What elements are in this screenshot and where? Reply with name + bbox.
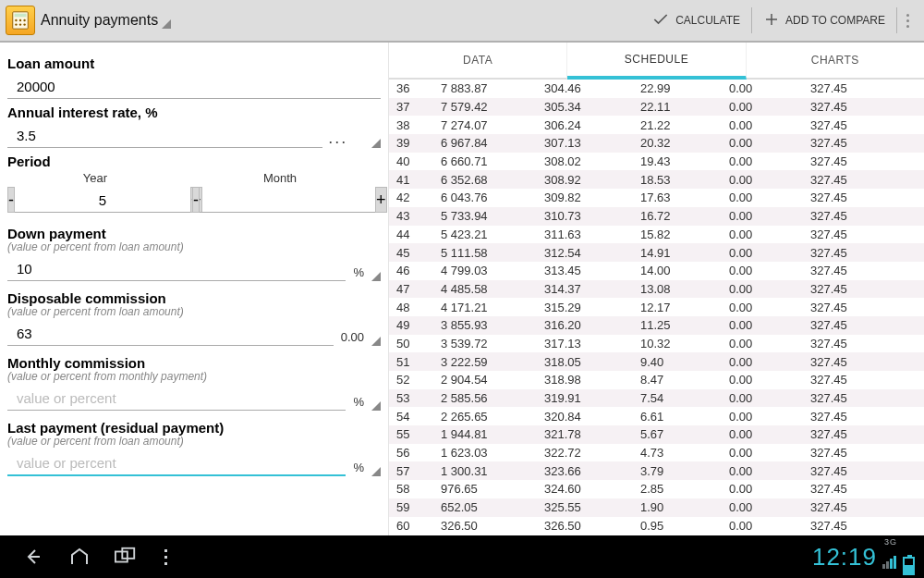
tab-charts[interactable]: CHARTS [747, 43, 924, 80]
add-compare-button[interactable]: ADD TO COMPARE [752, 0, 896, 42]
monthly-unit-spinner[interactable]: % [346, 395, 381, 411]
battery-icon [903, 557, 915, 575]
table-row: 387 274.07306.2421.220.00327.45 [389, 116, 924, 134]
table-row: 377 579.42305.3422.110.00327.45 [389, 98, 924, 117]
nav-back-button[interactable] [22, 546, 44, 568]
nav-recents-button[interactable] [115, 546, 137, 568]
monthly-commission-input[interactable] [7, 387, 346, 411]
interest-unit-spinner[interactable] [353, 132, 381, 148]
table-row: 60326.50326.500.950.00327.45 [389, 517, 924, 535]
table-row: 522 904.54318.988.470.00327.45 [389, 371, 924, 389]
table-row: 484 171.21315.2912.170.00327.45 [389, 298, 924, 316]
interest-label: Annual interest rate, % [7, 105, 381, 120]
svg-rect-8 [116, 551, 128, 561]
monthly-commission-hint: (value or percent from monthly payment) [7, 370, 381, 383]
disp-commission-input[interactable] [7, 322, 334, 346]
calculate-button[interactable]: CALCULATE [640, 0, 751, 42]
interest-input[interactable] [7, 124, 322, 148]
table-row: 455 111.58312.5414.910.00327.45 [389, 243, 924, 262]
calculate-label: CALCULATE [675, 14, 740, 27]
table-row: 58976.65324.602.850.00327.45 [389, 480, 924, 498]
table-row: 367 883.87304.4622.990.00327.45 [389, 80, 924, 98]
down-payment-label: Down payment [7, 226, 381, 241]
mode-spinner[interactable]: Annuity payments [41, 12, 171, 29]
svg-point-6 [19, 23, 21, 25]
loan-amount-label: Loan amount [7, 55, 381, 71]
last-payment-input[interactable] [7, 451, 346, 476]
disp-commission-hint: (value or percent from loan amount) [7, 305, 381, 318]
check-icon [651, 10, 670, 31]
status-clock: 12:19 [812, 543, 877, 572]
month-plus-button[interactable]: + [375, 187, 387, 213]
table-row: 532 585.56319.917.540.00327.45 [389, 389, 924, 408]
monthly-commission-label: Monthly commission [7, 355, 381, 371]
add-compare-label: ADD TO COMPARE [785, 14, 885, 27]
plus-icon [763, 11, 780, 31]
table-row: 561 623.03322.724.730.00327.45 [389, 444, 924, 462]
loan-amount-input[interactable] [7, 75, 381, 99]
nav-home-button[interactable] [68, 546, 91, 568]
table-row: 474 485.58314.3713.080.00327.45 [389, 280, 924, 299]
svg-point-3 [19, 19, 21, 21]
last-payment-hint: (value or percent from loan amount) [7, 435, 381, 448]
svg-rect-1 [15, 14, 27, 18]
disp-unit-spinner[interactable]: 0.00 [334, 330, 381, 346]
app-icon [6, 6, 35, 35]
table-row: 513 222.59318.059.400.00327.45 [389, 352, 924, 371]
table-row: 416 352.68308.9218.530.00327.45 [389, 170, 924, 189]
svg-point-2 [15, 19, 17, 21]
svg-point-5 [15, 23, 17, 25]
month-label: Month [263, 171, 297, 187]
table-row: 59652.05325.551.900.00327.45 [389, 498, 924, 517]
table-row: 406 660.71308.0219.430.00327.45 [389, 153, 924, 171]
last-unit-spinner[interactable]: % [346, 461, 381, 476]
table-row: 503 539.72317.1310.320.00327.45 [389, 335, 924, 353]
last-payment-label: Last payment (residual payment) [7, 420, 381, 436]
month-input[interactable] [200, 189, 375, 213]
down-payment-input[interactable] [7, 257, 346, 281]
table-row: 464 799.03313.4514.000.00327.45 [389, 262, 924, 280]
app-title: Annuity payments [41, 12, 158, 28]
schedule-list[interactable]: 367 883.87304.4622.990.00327.45377 579.4… [389, 80, 924, 535]
year-label: Year [83, 171, 107, 187]
table-row: 493 855.93316.2011.250.00327.45 [389, 316, 924, 335]
table-row: 445 423.21311.6315.820.00327.45 [389, 226, 924, 244]
year-minus-button[interactable]: - [7, 187, 15, 213]
nav-menu-button[interactable] [164, 549, 167, 565]
year-input[interactable] [15, 189, 190, 213]
overflow-menu[interactable] [897, 14, 918, 28]
table-row: 551 944.81321.785.670.00327.45 [389, 425, 924, 444]
down-unit-spinner[interactable]: % [346, 265, 381, 281]
table-row: 435 733.94310.7316.720.00327.45 [389, 207, 924, 226]
down-payment-hint: (value or percent from loan amount) [7, 240, 381, 253]
tab-data[interactable]: DATA [389, 43, 567, 80]
period-label: Period [7, 154, 381, 169]
table-row: 426 043.76309.8217.630.00327.45 [389, 189, 924, 207]
table-row: 571 300.31323.663.790.00327.45 [389, 461, 924, 480]
network-label: 3G [884, 538, 897, 547]
tab-schedule[interactable]: SCHEDULE [567, 43, 746, 80]
interest-extra-button[interactable]: ... [322, 129, 353, 148]
svg-point-4 [23, 19, 25, 21]
disp-commission-label: Disposable commission [7, 290, 381, 306]
table-row: 396 967.84307.1320.320.00327.45 [389, 134, 924, 153]
signal-icon: 3G [882, 538, 915, 575]
month-minus-button[interactable]: - [192, 187, 200, 213]
svg-point-7 [23, 23, 25, 25]
table-row: 542 265.65320.846.610.00327.45 [389, 407, 924, 425]
